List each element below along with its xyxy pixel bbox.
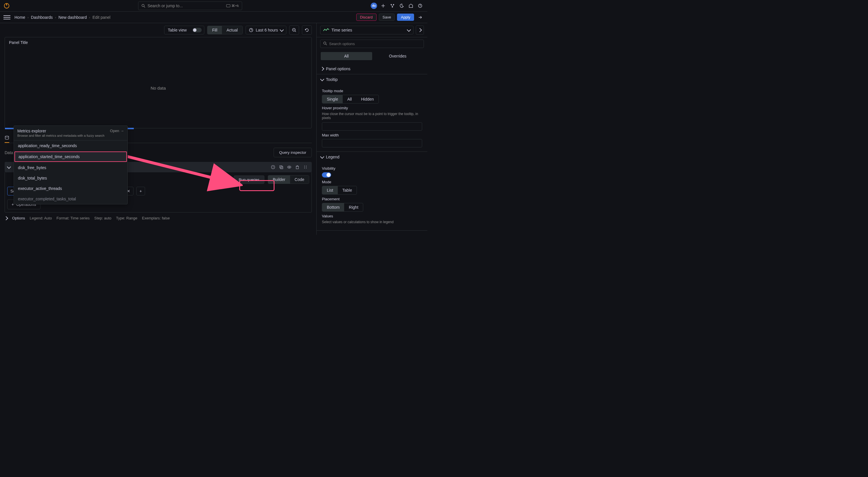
crumb-home[interactable]: Home xyxy=(14,15,25,20)
legend-right[interactable]: Right xyxy=(344,203,363,211)
copy-icon[interactable] xyxy=(278,163,285,171)
metric-option[interactable]: executor_completed_tasks_total xyxy=(14,194,127,204)
add-label-button[interactable]: + xyxy=(136,187,145,196)
query-actions: ? xyxy=(270,163,309,171)
crumb-dashboards[interactable]: Dashboards xyxy=(31,15,53,20)
query-tab[interactable] xyxy=(5,133,9,143)
expand-icon[interactable] xyxy=(416,25,424,35)
svg-point-30 xyxy=(306,166,307,166)
options-sidebar: Time series All Overrides Panel options … xyxy=(316,23,427,235)
chevron-down-icon[interactable] xyxy=(7,165,11,169)
zoom-out-button[interactable] xyxy=(289,25,299,35)
chevron-down-icon xyxy=(407,27,411,31)
metric-option[interactable]: disk_total_bytes xyxy=(14,173,127,183)
tooltip-mode-group: Single All Hidden xyxy=(322,95,379,103)
svg-point-19 xyxy=(5,136,9,137)
tooltip-single[interactable]: Single xyxy=(322,95,343,103)
options-label[interactable]: Options xyxy=(12,216,25,220)
help-icon[interactable]: ? xyxy=(270,163,277,171)
top-right-icons: du ? xyxy=(370,2,424,9)
help-icon[interactable]: ? xyxy=(416,2,424,9)
avatar[interactable]: du xyxy=(370,2,378,9)
moon-icon[interactable] xyxy=(398,2,405,9)
refresh-button[interactable] xyxy=(302,25,312,35)
legend-bottom[interactable]: Bottom xyxy=(322,203,344,211)
metric-option[interactable]: application_ready_time_seconds xyxy=(14,141,127,151)
top-bar: Search or jump to... ⌘+k du ? xyxy=(0,0,427,11)
legend-visibility-switch[interactable] xyxy=(322,172,331,178)
eye-icon[interactable] xyxy=(286,163,293,171)
clock-icon xyxy=(249,28,253,32)
metric-option-highlighted[interactable]: application_started_time_seconds xyxy=(14,151,127,162)
svg-line-38 xyxy=(326,44,327,45)
time-range-picker[interactable]: Last 6 hours xyxy=(246,26,286,34)
hover-proximity-input[interactable] xyxy=(322,122,422,131)
builder-button[interactable]: Builder xyxy=(268,176,290,184)
panel-title: Panel Title xyxy=(5,37,311,48)
svg-line-2 xyxy=(144,6,145,7)
viz-type-picker[interactable]: Time series xyxy=(320,26,413,34)
chevron-right-icon[interactable] xyxy=(4,216,8,220)
global-search[interactable]: Search or jump to... ⌘+k xyxy=(138,1,242,10)
table-view-toggle[interactable]: Table view xyxy=(164,26,204,34)
metric-option[interactable]: disk_free_bytes xyxy=(14,162,127,173)
panel-options-header[interactable]: Panel options xyxy=(317,64,427,74)
plus-icon[interactable] xyxy=(379,2,387,9)
chevron-down-icon xyxy=(320,154,324,158)
toggle-switch[interactable] xyxy=(192,28,202,32)
breadcrumb-bar: Home› Dashboards› New dashboard› Edit pa… xyxy=(0,11,427,23)
tooltip-all[interactable]: All xyxy=(343,95,356,103)
chevron-down-icon xyxy=(280,27,284,31)
search-kbd: ⌘+k xyxy=(226,4,239,8)
crumb-new[interactable]: New dashboard xyxy=(58,15,87,20)
tab-overrides[interactable]: Overrides xyxy=(372,52,424,60)
tooltip-header[interactable]: Tooltip xyxy=(317,74,427,85)
news-icon[interactable] xyxy=(407,2,415,9)
legend-placement-group: Bottom Right xyxy=(322,203,363,212)
section-panel-options: Panel options xyxy=(317,64,427,74)
dropdown-open-link[interactable]: Open → xyxy=(110,129,124,133)
query-inspector-button[interactable]: Query inspector xyxy=(274,148,312,157)
fill-button[interactable]: Fill xyxy=(208,26,222,34)
tab-all[interactable]: All xyxy=(321,52,372,60)
legend-mode-group: List Table xyxy=(322,186,357,195)
chevron-right-icon xyxy=(320,67,324,71)
panel-body: No data xyxy=(5,48,311,128)
trash-icon[interactable] xyxy=(294,163,301,171)
drag-icon[interactable] xyxy=(302,163,309,171)
crumb-actions: Discard Save Apply xyxy=(356,13,424,21)
collapse-sidepanel-icon[interactable] xyxy=(416,13,424,21)
menu-toggle[interactable] xyxy=(3,14,10,21)
svg-point-34 xyxy=(306,168,307,169)
svg-rect-26 xyxy=(296,166,299,169)
apply-button[interactable]: Apply xyxy=(397,13,414,21)
svg-point-29 xyxy=(304,166,305,166)
tooltip-hidden[interactable]: Hidden xyxy=(356,95,378,103)
run-queries-button[interactable]: Run queries xyxy=(234,176,265,184)
discard-button[interactable]: Discard xyxy=(356,13,376,21)
metrics-dropdown: Metrics explorer Browse and filter all m… xyxy=(13,125,128,204)
svg-rect-22 xyxy=(280,166,282,168)
svg-line-9 xyxy=(393,5,394,7)
svg-line-18 xyxy=(295,31,296,32)
chart-icon xyxy=(323,28,329,32)
network-icon[interactable] xyxy=(389,2,396,9)
save-button[interactable]: Save xyxy=(379,13,395,21)
viz-picker-row: Time series xyxy=(317,23,427,37)
legend-list[interactable]: List xyxy=(322,186,338,194)
code-button[interactable]: Code xyxy=(290,176,309,184)
search-options-input[interactable] xyxy=(320,39,424,48)
dropdown-header: Metrics explorer Browse and filter all m… xyxy=(14,126,127,141)
grafana-logo[interactable] xyxy=(3,3,10,9)
max-width-input[interactable] xyxy=(322,139,422,147)
legend-table[interactable]: Table xyxy=(338,186,356,194)
panel-toolbar: Table view Fill Actual Last 6 hours xyxy=(0,23,316,37)
svg-line-8 xyxy=(391,5,393,7)
svg-point-32 xyxy=(306,167,307,168)
search-icon xyxy=(141,4,145,8)
query-options-row: Options Legend: Auto Format: Time series… xyxy=(5,216,312,220)
legend-header[interactable]: Legend xyxy=(317,152,427,162)
metric-option[interactable]: executor_active_threads xyxy=(14,183,127,194)
actual-button[interactable]: Actual xyxy=(222,26,242,34)
section-tooltip: Tooltip Tooltip mode Single All Hidden H… xyxy=(317,74,427,152)
